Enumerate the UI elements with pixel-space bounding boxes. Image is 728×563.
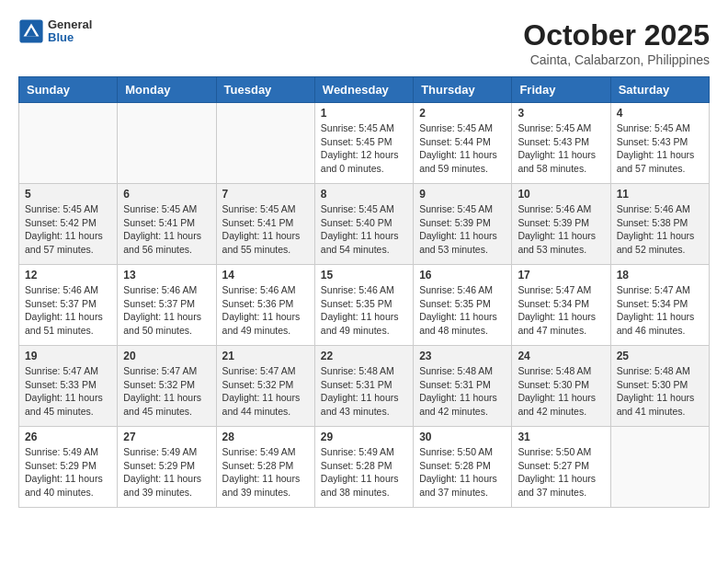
daylight-text: Daylight: 11 hours and 50 minutes. — [123, 311, 201, 336]
sunset-text: Sunset: 5:43 PM — [617, 136, 688, 147]
sunrise-text: Sunrise: 5:49 AM — [123, 446, 197, 457]
calendar-header-row: SundayMondayTuesdayWednesdayThursdayFrid… — [19, 77, 710, 103]
daylight-text: Daylight: 11 hours and 49 minutes. — [222, 311, 301, 336]
daylight-text: Daylight: 11 hours and 44 minutes. — [222, 392, 301, 417]
daylight-text: Daylight: 11 hours and 54 minutes. — [321, 230, 399, 255]
sunrise-text: Sunrise: 5:45 AM — [419, 203, 493, 214]
sunrise-text: Sunrise: 5:48 AM — [321, 365, 394, 376]
day-info: Sunrise: 5:45 AM Sunset: 5:42 PM Dayligh… — [25, 202, 111, 257]
calendar-cell: 15 Sunrise: 5:46 AM Sunset: 5:35 PM Dayl… — [314, 265, 413, 346]
calendar-cell: 23 Sunrise: 5:48 AM Sunset: 5:31 PM Dayl… — [414, 346, 512, 427]
calendar-cell: 13 Sunrise: 5:46 AM Sunset: 5:37 PM Dayl… — [118, 265, 216, 346]
title-area: October 2025 Cainta, Calabarzon, Philipp… — [523, 18, 710, 67]
sunrise-text: Sunrise: 5:48 AM — [617, 365, 690, 376]
sunset-text: Sunset: 5:40 PM — [321, 217, 392, 228]
sunrise-text: Sunrise: 5:46 AM — [321, 284, 394, 295]
sunrise-text: Sunrise: 5:45 AM — [518, 122, 591, 133]
day-number: 16 — [419, 269, 506, 282]
day-number: 24 — [518, 350, 604, 362]
day-number: 27 — [123, 431, 210, 443]
daylight-text: Daylight: 11 hours and 46 minutes. — [617, 311, 695, 336]
calendar-cell: 18 Sunrise: 5:47 AM Sunset: 5:34 PM Dayl… — [610, 265, 709, 346]
sunset-text: Sunset: 5:39 PM — [419, 217, 491, 228]
sunrise-text: Sunrise: 5:45 AM — [419, 122, 493, 133]
daylight-text: Daylight: 11 hours and 39 minutes. — [222, 473, 301, 498]
calendar-cell: 27 Sunrise: 5:49 AM Sunset: 5:29 PM Dayl… — [118, 427, 216, 508]
sunset-text: Sunset: 5:29 PM — [25, 460, 97, 471]
day-info: Sunrise: 5:47 AM Sunset: 5:32 PM Dayligh… — [222, 364, 309, 419]
column-header-thursday: Thursday — [414, 77, 512, 103]
day-info: Sunrise: 5:46 AM Sunset: 5:35 PM Dayligh… — [321, 283, 407, 338]
calendar-cell: 17 Sunrise: 5:47 AM Sunset: 5:34 PM Dayl… — [512, 265, 610, 346]
sunset-text: Sunset: 5:32 PM — [123, 379, 195, 390]
calendar-cell: 9 Sunrise: 5:45 AM Sunset: 5:39 PM Dayli… — [414, 184, 512, 265]
sunset-text: Sunset: 5:34 PM — [518, 298, 589, 309]
calendar-cell: 29 Sunrise: 5:49 AM Sunset: 5:28 PM Dayl… — [314, 427, 413, 508]
daylight-text: Daylight: 11 hours and 41 minutes. — [617, 392, 695, 417]
sunset-text: Sunset: 5:32 PM — [222, 379, 294, 390]
day-number: 25 — [617, 350, 703, 362]
logo-text: General Blue — [48, 18, 92, 45]
sunrise-text: Sunrise: 5:46 AM — [518, 203, 591, 214]
sunset-text: Sunset: 5:28 PM — [222, 460, 294, 471]
sunset-text: Sunset: 5:27 PM — [518, 460, 589, 471]
sunrise-text: Sunrise: 5:50 AM — [419, 446, 493, 457]
daylight-text: Daylight: 11 hours and 56 minutes. — [123, 230, 201, 255]
sunset-text: Sunset: 5:29 PM — [123, 460, 195, 471]
day-info: Sunrise: 5:45 AM Sunset: 5:45 PM Dayligh… — [321, 121, 407, 176]
daylight-text: Daylight: 11 hours and 49 minutes. — [321, 311, 399, 336]
daylight-text: Daylight: 11 hours and 52 minutes. — [617, 230, 695, 255]
day-number: 1 — [321, 107, 407, 120]
day-number: 5 — [25, 188, 111, 201]
daylight-text: Daylight: 11 hours and 48 minutes. — [419, 311, 497, 336]
day-number: 31 — [518, 431, 604, 443]
day-number: 26 — [25, 431, 111, 443]
logo-general: General — [48, 18, 92, 31]
calendar-cell: 31 Sunrise: 5:50 AM Sunset: 5:27 PM Dayl… — [512, 427, 610, 508]
column-header-friday: Friday — [512, 77, 610, 103]
sunset-text: Sunset: 5:42 PM — [25, 217, 97, 228]
sunrise-text: Sunrise: 5:47 AM — [25, 365, 98, 376]
sunset-text: Sunset: 5:45 PM — [321, 136, 392, 147]
sunset-text: Sunset: 5:30 PM — [518, 379, 589, 390]
day-number: 19 — [25, 350, 111, 362]
sunrise-text: Sunrise: 5:47 AM — [123, 365, 197, 376]
sunset-text: Sunset: 5:36 PM — [222, 298, 294, 309]
sunrise-text: Sunrise: 5:46 AM — [419, 284, 493, 295]
daylight-text: Daylight: 11 hours and 38 minutes. — [321, 473, 399, 498]
daylight-text: Daylight: 11 hours and 43 minutes. — [321, 392, 399, 417]
sunrise-text: Sunrise: 5:45 AM — [123, 203, 197, 214]
day-number: 15 — [321, 269, 407, 282]
daylight-text: Daylight: 11 hours and 57 minutes. — [617, 149, 695, 174]
day-number: 18 — [617, 269, 703, 282]
calendar-cell: 16 Sunrise: 5:46 AM Sunset: 5:35 PM Dayl… — [414, 265, 512, 346]
daylight-text: Daylight: 11 hours and 40 minutes. — [25, 473, 103, 498]
day-info: Sunrise: 5:45 AM Sunset: 5:41 PM Dayligh… — [123, 202, 210, 257]
logo-blue: Blue — [48, 31, 92, 44]
calendar-cell: 22 Sunrise: 5:48 AM Sunset: 5:31 PM Dayl… — [314, 346, 413, 427]
day-info: Sunrise: 5:46 AM Sunset: 5:37 PM Dayligh… — [25, 283, 111, 338]
day-info: Sunrise: 5:48 AM Sunset: 5:31 PM Dayligh… — [419, 364, 506, 419]
sunrise-text: Sunrise: 5:45 AM — [222, 203, 296, 214]
day-info: Sunrise: 5:49 AM Sunset: 5:28 PM Dayligh… — [222, 445, 309, 500]
sunrise-text: Sunrise: 5:47 AM — [222, 365, 296, 376]
sunrise-text: Sunrise: 5:49 AM — [25, 446, 98, 457]
day-info: Sunrise: 5:46 AM Sunset: 5:36 PM Dayligh… — [222, 283, 309, 338]
calendar-cell — [610, 427, 709, 508]
daylight-text: Daylight: 11 hours and 45 minutes. — [25, 392, 103, 417]
sunrise-text: Sunrise: 5:48 AM — [419, 365, 493, 376]
calendar-week-row: 26 Sunrise: 5:49 AM Sunset: 5:29 PM Dayl… — [19, 427, 710, 508]
calendar-cell: 3 Sunrise: 5:45 AM Sunset: 5:43 PM Dayli… — [512, 103, 610, 184]
calendar-week-row: 1 Sunrise: 5:45 AM Sunset: 5:45 PM Dayli… — [19, 103, 710, 184]
day-number: 8 — [321, 188, 407, 201]
day-number: 11 — [617, 188, 703, 201]
day-info: Sunrise: 5:48 AM Sunset: 5:31 PM Dayligh… — [321, 364, 407, 419]
day-info: Sunrise: 5:46 AM Sunset: 5:38 PM Dayligh… — [617, 202, 703, 257]
calendar-cell — [216, 103, 314, 184]
day-number: 12 — [25, 269, 111, 282]
calendar-cell: 1 Sunrise: 5:45 AM Sunset: 5:45 PM Dayli… — [314, 103, 413, 184]
day-info: Sunrise: 5:46 AM Sunset: 5:37 PM Dayligh… — [123, 283, 210, 338]
calendar-cell: 25 Sunrise: 5:48 AM Sunset: 5:30 PM Dayl… — [610, 346, 709, 427]
month-title: October 2025 — [523, 18, 710, 52]
daylight-text: Daylight: 11 hours and 55 minutes. — [222, 230, 301, 255]
